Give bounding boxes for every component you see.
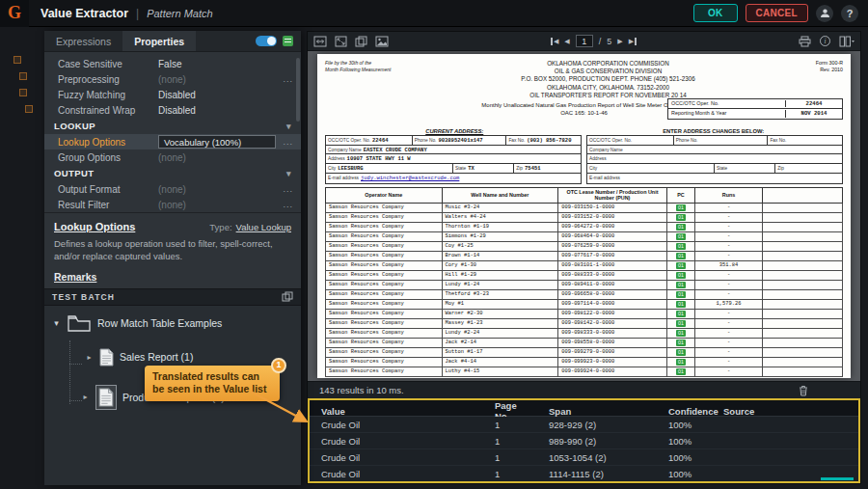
next-page-button[interactable]: ▶ (617, 38, 622, 45)
type-value-link[interactable]: Value Lookup (236, 222, 291, 232)
match-highlight[interactable]: 01 (676, 243, 687, 250)
document-viewer: ◀ ◀ 1 / 5 ▶ ▶ i (307, 31, 861, 484)
ellipsis-button[interactable]: ... (283, 137, 293, 147)
match-highlight[interactable]: 01 (676, 311, 687, 317)
property-value: False (158, 59, 181, 69)
doc-operator-cell: Samson Resources Company (326, 212, 443, 222)
tab-expressions[interactable]: Expressions (44, 31, 122, 51)
window-title: Value Extractor | Pattern Match (41, 7, 213, 20)
doc-runs-cell: - (695, 251, 763, 260)
ellipsis-button[interactable]: ... (283, 200, 293, 209)
match-highlight[interactable]: 01 (676, 214, 687, 221)
property-row-constrained-wrap[interactable]: Constrained Wrap Disabled (44, 102, 301, 118)
page-thumbnails-icon[interactable] (355, 36, 367, 47)
lookup-options-value-box[interactable]: Vocabulary (100%) (158, 135, 276, 149)
layout-options-icon[interactable] (839, 36, 854, 47)
ellipsis-button[interactable]: ... (283, 74, 293, 84)
match-highlight[interactable]: 01 (676, 262, 687, 269)
results-row[interactable]: Crude Oil 1 1114-1115 (2) 100% (310, 466, 858, 482)
property-row-fuzzy-matching[interactable]: Fuzzy Matching Disabled (44, 87, 301, 102)
tree-node-root-folder[interactable]: ▾ Row Match Table Examples (52, 313, 222, 333)
results-row[interactable]: Crude Oil 1 928-929 (2) 100% (310, 417, 858, 433)
match-highlight[interactable]: 01 (676, 330, 687, 337)
match-highlight[interactable]: 01 (676, 291, 687, 298)
previous-page-button[interactable]: ◀ (564, 38, 569, 45)
expander-icon[interactable]: ▾ (52, 318, 61, 328)
ellipsis-button[interactable]: ... (283, 184, 293, 194)
match-highlight[interactable]: 01 (676, 301, 687, 308)
doc-pc-cell: 01 (666, 231, 694, 241)
document-icon (99, 348, 114, 367)
match-highlight[interactable]: 01 (676, 282, 687, 288)
match-highlight[interactable]: 01 (676, 224, 687, 231)
result-page: 1 (483, 449, 537, 465)
doc-operator-cell: Samson Resources Company (326, 231, 443, 241)
doc-table-row: Samson Resources Company Sutton #1-17 00… (326, 347, 843, 357)
doc-well-cell: Simmons #1-29 (442, 231, 558, 241)
result-span: 989-990 (2) (537, 433, 657, 448)
panel-toggle-switch[interactable] (256, 36, 277, 46)
property-row-group-options[interactable]: Group Options (none) (44, 149, 301, 165)
tree-node-sales-report[interactable]: ▸ Sales Report (1) (85, 348, 193, 367)
property-row-preprocessing[interactable]: Preprocessing (none) ... (44, 71, 301, 87)
doc-operator-cell: Samson Resources Company (326, 289, 443, 299)
image-view-icon[interactable] (375, 36, 389, 47)
section-lookup[interactable]: LOOKUP ▾ (44, 118, 301, 134)
properties-scrollbar[interactable] (296, 58, 300, 122)
page-number-input[interactable]: 1 (576, 35, 593, 47)
chevron-down-icon[interactable]: ▾ (286, 169, 291, 178)
expander-icon[interactable]: ▸ (85, 353, 94, 362)
print-icon[interactable] (799, 36, 811, 47)
doc-pc-cell: 01 (666, 347, 694, 357)
info-icon[interactable]: i (820, 36, 830, 46)
property-value: (none) (158, 184, 186, 195)
tab-properties[interactable]: Properties (122, 31, 196, 51)
chevron-down-icon[interactable]: ▾ (286, 122, 291, 131)
first-page-button[interactable]: ◀ (551, 38, 558, 45)
doc-pc-cell: 01 (666, 280, 694, 289)
expander-icon[interactable]: ▸ (81, 393, 90, 401)
doc-header-line: OKLAHOMA CITY, OKLAHOMA. 73152-2000 (433, 84, 783, 92)
tab-tools (256, 31, 301, 51)
ok-button[interactable]: OK (693, 4, 738, 22)
remarks-heading: Remarks (54, 271, 291, 283)
fit-width-icon[interactable] (313, 36, 327, 47)
tree-connector (69, 364, 82, 365)
property-row-result-filter[interactable]: Result Filter (none) ... (44, 197, 301, 212)
doc-table-row: Samson Resources Company Lundy #1-24 009… (326, 280, 843, 289)
match-highlight[interactable]: 01 (676, 233, 687, 240)
result-page: 1 (483, 417, 537, 432)
property-row-case-sensitive[interactable]: Case Sensitive False (44, 56, 301, 71)
section-output[interactable]: OUTPUT ▾ (44, 165, 301, 181)
match-highlight[interactable]: 01 (676, 368, 687, 375)
property-label: Constrained Wrap (58, 105, 158, 116)
results-row[interactable]: Crude Oil 1 1053-1054 (2) 100% (310, 449, 858, 466)
document-canvas[interactable]: File by the 30th of the Month Following … (308, 51, 860, 381)
doc-filing-note: File by the 30th of the Month Following … (325, 60, 433, 73)
results-row[interactable]: Crude Oil 1 989-990 (2) 100% (310, 433, 858, 449)
trash-icon[interactable] (799, 385, 808, 396)
result-page: 1 (483, 466, 537, 481)
vocabulary-table-icon[interactable] (283, 36, 293, 46)
fit-page-icon[interactable] (335, 36, 347, 47)
doc-table-row: Samson Resources Company Music #3-24 009… (326, 203, 843, 212)
results-scrollbar-thumb[interactable] (821, 477, 854, 480)
result-value: Crude Oil (310, 417, 483, 432)
doc-runs-cell: - (695, 309, 763, 318)
help-icon[interactable]: ? (841, 5, 858, 22)
property-row-lookup-options[interactable]: Lookup Options Vocabulary (100%) ... (44, 134, 301, 149)
match-highlight[interactable]: 01 (676, 272, 687, 279)
match-highlight[interactable]: 01 (676, 320, 687, 327)
match-highlight[interactable]: 01 (676, 349, 687, 356)
batch-actions-icon[interactable] (282, 291, 293, 302)
doc-operator-cell: Samson Resources Company (326, 270, 443, 280)
match-highlight[interactable]: 01 (676, 204, 687, 211)
match-highlight[interactable]: 01 (676, 253, 687, 259)
user-avatar[interactable] (816, 5, 833, 22)
last-page-button[interactable]: ▶ (629, 38, 637, 45)
cancel-button[interactable]: CANCEL (746, 4, 808, 22)
property-label: Fuzzy Matching (58, 90, 158, 100)
match-highlight[interactable]: 01 (676, 359, 687, 366)
match-highlight[interactable]: 01 (676, 340, 687, 346)
property-row-output-format[interactable]: Output Format (none) ... (44, 181, 301, 197)
